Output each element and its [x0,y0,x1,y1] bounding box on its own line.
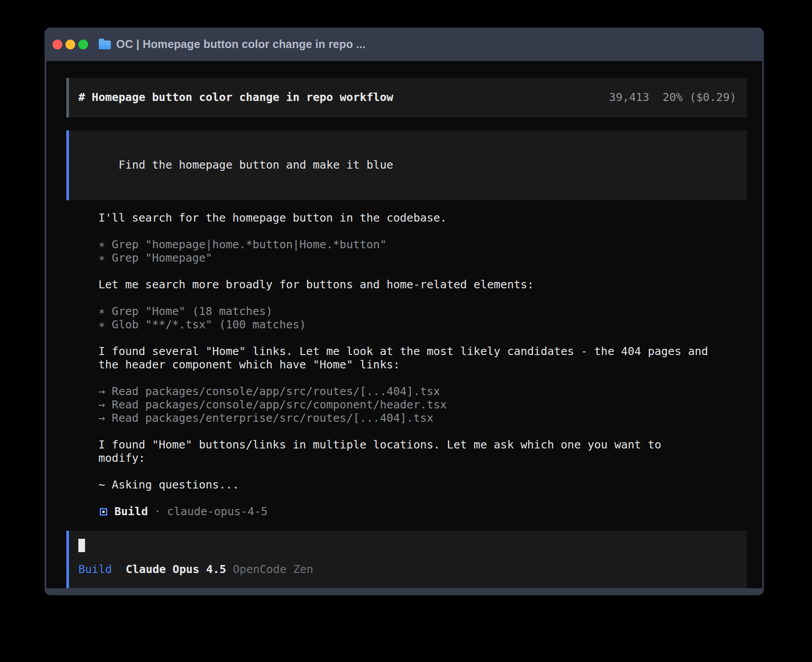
session-header: # Homepage button color change in repo w… [66,78,747,117]
titlebar-title-group: OC | Homepage button color change in rep… [99,38,365,51]
conversation-line [98,225,712,238]
user-message-text: Find the homepage button and make it blu… [118,158,393,171]
context-usage: 20% ($0.29) [662,91,736,104]
conversation-line: → Read packages/console/app/src/componen… [98,398,712,412]
agent-model: claude-opus-4-5 [167,505,268,518]
conversation-line [98,425,712,438]
conversation-line [98,465,712,478]
conversation-line: ∗ Grep "Home" (18 matches) [98,305,712,318]
traffic-lights [53,40,88,49]
conversation-line [98,291,712,305]
zoom-button[interactable] [78,40,88,49]
composer-input[interactable]: Build Claude Opus 4.5 OpenCode Zen [66,531,747,588]
conversation-line: → Read packages/console/app/src/routes/[… [98,385,712,398]
composer-provider: OpenCode Zen [233,563,313,576]
user-message: Find the homepage button and make it blu… [66,130,747,200]
conversation-line: I found several "Home" links. Let me loo… [98,345,712,371]
conversation-line [98,492,712,505]
composer-meta: Build Claude Opus 4.5 OpenCode Zen [78,563,736,576]
conversation: I'll search for the homepage button in t… [98,211,712,505]
agent-icon [100,508,107,516]
agent-separator: · [154,505,161,518]
conversation-line: ~ Asking questions... [98,478,712,492]
window-title: OC | Homepage button color change in rep… [116,38,365,51]
minimize-button[interactable] [65,40,75,49]
agent-name: Build [114,505,148,518]
conversation-line [98,331,712,345]
window-titlebar[interactable]: OC | Homepage button color change in rep… [45,28,764,61]
conversation-line: → Read packages/enterprise/src/routes/[.… [98,412,712,425]
conversation-line: ∗ Grep "homepage|home.*button|Home.*butt… [98,238,712,251]
conversation-line: ∗ Glob "**/*.tsx" (100 matches) [98,318,712,331]
desktop: { "window": { "title": "OC | Homepage bu… [0,0,812,662]
conversation-line [98,265,712,278]
session-usage: 39,41320% ($0.29) [609,91,736,104]
token-count: 39,413 [609,91,649,104]
conversation-line [98,371,712,385]
composer-mode: Build [78,563,112,576]
terminal-content: # Homepage button color change in repo w… [46,61,762,588]
session-title: # Homepage button color change in repo w… [78,91,393,104]
conversation-line: I'll search for the homepage button in t… [98,211,712,225]
window-footer [45,588,764,595]
terminal-window: OC | Homepage button color change in rep… [45,28,764,595]
conversation-line: I found "Home" buttons/links in multiple… [98,438,712,465]
agent-status-row: Build · claude-opus-4-5 [98,505,762,518]
text-cursor [78,539,85,552]
conversation-line: ∗ Grep "Homepage" [98,251,712,265]
composer-model: Claude Opus 4.5 [126,563,226,576]
folder-icon [99,40,111,49]
close-button[interactable] [53,40,62,49]
conversation-line: Let me search more broadly for buttons a… [98,278,712,291]
